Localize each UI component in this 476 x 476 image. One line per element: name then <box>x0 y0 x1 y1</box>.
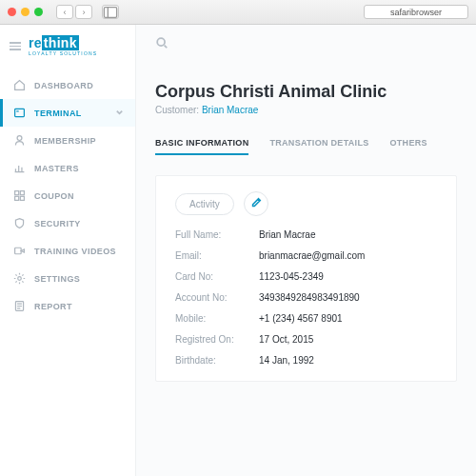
field-label: Mobile: <box>175 313 259 324</box>
tab-transaction-details[interactable]: TRANSATION DETAILS <box>269 132 368 155</box>
activity-button[interactable]: Activity <box>175 193 234 215</box>
field-value: brianmacrae@gmail.com <box>259 250 437 261</box>
field-label: Birthdate: <box>175 355 259 366</box>
sidebar-nav: DASHBOARD TERMINAL MEMBERSHIP MASTERS CO… <box>0 71 135 320</box>
sidebar-item-report[interactable]: REPORT <box>0 292 135 320</box>
field-value: Brian Macrae <box>259 229 437 240</box>
sidebar-item-label: TRAINING VIDEOS <box>34 247 116 256</box>
sidebar-item-training[interactable]: TRAINING VIDEOS <box>0 237 135 265</box>
svg-rect-0 <box>104 7 116 17</box>
browser-chrome: ‹ › safaribrowser <box>0 0 476 25</box>
brand-logo: rethink LOYALTY SOLUTIONS <box>29 36 97 56</box>
field-label: Email: <box>175 250 259 261</box>
sidebar-item-coupon[interactable]: COUPON <box>0 182 135 209</box>
svg-rect-2 <box>15 109 25 116</box>
sidebar-item-masters[interactable]: MASTERS <box>0 154 135 182</box>
svg-point-11 <box>157 38 165 46</box>
sidebar-item-label: MEMBERSHIP <box>34 136 96 146</box>
field-label: Full Name: <box>175 229 259 240</box>
field-value: 14 Jan, 1992 <box>259 355 437 366</box>
edit-icon <box>250 195 262 212</box>
edit-button[interactable] <box>244 191 268 216</box>
field-value: 1123-045-2349 <box>259 271 437 282</box>
main-content: Corpus Christi Animal Clinic Customer: B… <box>136 25 476 476</box>
terminal-icon <box>13 107 26 119</box>
sidebar: rethink LOYALTY SOLUTIONS DASHBOARD TERM… <box>0 25 136 476</box>
field-value: 34938492849834918​90 <box>259 292 437 303</box>
sidebar-item-label: COUPON <box>34 191 74 201</box>
sidebar-item-label: SECURITY <box>34 219 81 228</box>
sidebar-item-security[interactable]: SECURITY <box>0 209 135 237</box>
brand-tagline: LOYALTY SOLUTIONS <box>29 51 97 56</box>
customer-link[interactable]: Brian Macrae <box>202 105 258 115</box>
shield-icon <box>13 217 26 229</box>
sidebar-item-label: DASHBOARD <box>34 81 93 90</box>
field-value: +1 (234) 4567 8901 <box>259 313 437 324</box>
sidebar-item-dashboard[interactable]: DASHBOARD <box>0 71 135 99</box>
sidebar-item-label: TERMINAL <box>34 109 82 118</box>
close-window-button[interactable] <box>8 8 16 16</box>
chart-icon <box>13 162 26 174</box>
search-icon[interactable] <box>155 36 169 53</box>
sidebar-item-label: REPORT <box>34 302 72 311</box>
user-icon <box>13 134 26 147</box>
svg-rect-4 <box>15 191 19 195</box>
sidebar-toggle-button[interactable] <box>102 5 119 19</box>
details-grid: Full Name:Brian Macrae Email:brianmacrae… <box>175 229 437 366</box>
report-icon <box>13 300 26 312</box>
home-icon <box>13 79 26 91</box>
sidebar-item-terminal[interactable]: TERMINAL <box>0 99 135 127</box>
sidebar-item-label: SETTINGS <box>34 274 80 284</box>
field-label: Account No: <box>175 292 259 303</box>
field-value: 17 Oct, 2015 <box>259 334 437 345</box>
coupon-icon <box>13 189 26 202</box>
brand-name-pre: re <box>29 35 42 50</box>
page-subtitle: Customer: Brian Macrae <box>155 105 457 115</box>
page-title: Corpus Christi Animal Clinic <box>155 82 457 102</box>
svg-point-3 <box>17 136 22 141</box>
field-label: Card No: <box>175 271 259 282</box>
menu-icon[interactable] <box>10 42 21 50</box>
address-text: safaribrowser <box>390 8 442 17</box>
svg-point-9 <box>18 277 22 281</box>
brand-name-box: think <box>42 35 79 50</box>
forward-button[interactable]: › <box>75 5 92 19</box>
info-card: Activity Full Name:Brian Macrae Email:br… <box>155 175 457 382</box>
sidebar-item-settings[interactable]: SETTINGS <box>0 265 135 292</box>
back-button[interactable]: ‹ <box>56 5 73 19</box>
sidebar-item-membership[interactable]: MEMBERSHIP <box>0 127 135 154</box>
window-controls <box>8 8 43 16</box>
address-bar-container: safaribrowser <box>125 5 468 19</box>
gear-icon <box>13 272 26 285</box>
video-icon <box>13 245 26 257</box>
sidebar-item-label: MASTERS <box>34 164 79 173</box>
svg-rect-5 <box>20 191 24 195</box>
nav-button-group: ‹ › <box>56 5 92 19</box>
tab-basic-information[interactable]: BASIC INFORMATION <box>155 132 248 155</box>
chevron-down-icon <box>115 108 124 118</box>
field-label: Registred On: <box>175 334 259 345</box>
address-bar[interactable]: safaribrowser <box>364 5 468 19</box>
svg-rect-7 <box>20 196 24 200</box>
tab-others[interactable]: OTHERS <box>390 132 427 155</box>
tab-bar: BASIC INFORMATION TRANSATION DETAILS OTH… <box>155 132 457 156</box>
customer-label: Customer: <box>155 105 199 115</box>
maximize-window-button[interactable] <box>34 8 43 16</box>
svg-rect-6 <box>15 196 19 200</box>
minimize-window-button[interactable] <box>21 8 30 16</box>
